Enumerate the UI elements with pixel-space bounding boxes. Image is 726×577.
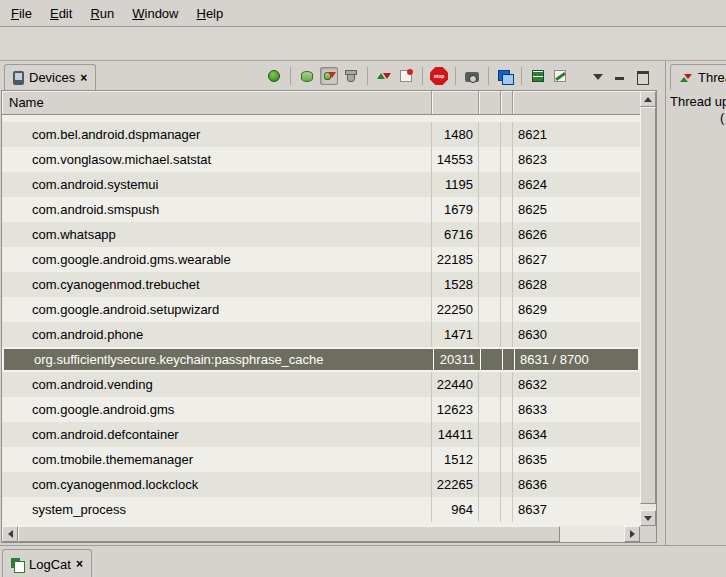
horizontal-scrollbar[interactable] [2, 526, 640, 542]
stop-process-icon[interactable]: stop [430, 67, 448, 85]
table-row[interactable]: com.android.systemui 1195 8624 [2, 172, 640, 197]
vertical-scrollbar[interactable] [640, 91, 656, 526]
table-row[interactable]: com.vonglasow.michael.satstat 14553 8623 [2, 147, 640, 172]
table-row[interactable]: com.android.smspush 1679 8625 [2, 197, 640, 222]
process-pid-cell: 1480 [432, 122, 479, 147]
table-row[interactable]: org.sufficientlysecure.keychain:passphra… [2, 347, 640, 372]
toolbar-separator [422, 67, 423, 85]
table-row[interactable]: system_process 964 8637 [2, 497, 640, 522]
table-row[interactable]: com.google.android.gms.wearable 22185 86… [2, 247, 640, 272]
horizontal-scrollbar-thumb[interactable] [18, 526, 560, 542]
empty-cell [479, 497, 501, 522]
empty-cell [501, 147, 513, 172]
column-header-name[interactable]: Name [2, 91, 432, 114]
table-row[interactable]: com.google.android.gms 12623 8633 [2, 397, 640, 422]
screen-capture-icon[interactable] [463, 67, 481, 85]
process-port-cell: 8627 [513, 247, 640, 272]
column-header-blank[interactable] [501, 91, 513, 114]
table-row[interactable]: com.android.phone 1471 8630 [2, 322, 640, 347]
empty-cell [479, 122, 501, 147]
column-header-blank[interactable] [479, 91, 501, 114]
threads-tabbar: Threads [666, 61, 726, 90]
empty-cell [501, 322, 513, 347]
process-port-cell: 8632 [513, 372, 640, 397]
process-name-cell: com.google.android.gms [2, 397, 432, 422]
menu-file[interactable]: File [2, 3, 41, 24]
toolbar-separator [367, 67, 368, 85]
dump-hprof-icon[interactable] [320, 67, 338, 85]
menu-help[interactable]: Help [187, 3, 232, 24]
scroll-up-button[interactable] [640, 91, 656, 107]
close-icon[interactable]: × [76, 558, 83, 570]
vertical-scrollbar-thumb[interactable] [640, 107, 656, 504]
systrace-icon[interactable] [551, 67, 569, 85]
empty-cell [501, 397, 513, 422]
threads-message: Thread up ( [666, 94, 726, 126]
minimize-icon[interactable] [611, 67, 629, 85]
logcat-icon [11, 558, 24, 571]
stop-icon-label: stop [434, 73, 445, 79]
empty-cell [479, 472, 501, 497]
table-row[interactable]: com.google.android.setupwizard 22250 862… [2, 297, 640, 322]
column-header-port[interactable] [513, 91, 640, 114]
hierarchy-view-icon[interactable] [496, 67, 514, 85]
menu-run[interactable]: Run [81, 3, 123, 24]
device-icon [13, 71, 24, 85]
process-pid-cell: 14411 [432, 422, 479, 447]
empty-cell [479, 247, 501, 272]
column-header-pid[interactable] [432, 91, 479, 114]
scroll-down-button[interactable] [640, 510, 656, 526]
menu-edit[interactable]: Edit [41, 3, 81, 24]
process-pid-cell: 1528 [432, 272, 479, 297]
devices-table: Name com.bel.android.dspmanager 1480 862… [1, 90, 657, 543]
empty-cell [501, 272, 513, 297]
table-row[interactable]: com.android.defcontainer 14411 8634 [2, 422, 640, 447]
process-name-cell: com.android.vending [2, 372, 432, 397]
close-icon[interactable]: × [80, 72, 87, 84]
empty-cell [479, 147, 501, 172]
empty-cell [501, 372, 513, 397]
devices-tabbar: Devices × stop [0, 61, 659, 90]
empty-cell [501, 222, 513, 247]
tab-logcat[interactable]: LogCat × [2, 549, 92, 577]
table-header: Name [2, 91, 640, 115]
update-heap-icon[interactable] [298, 67, 316, 85]
empty-cell [479, 422, 501, 447]
process-port-cell: 8634 [513, 422, 640, 447]
table-row[interactable]: com.cyanogenmod.trebuchet 1528 8628 [2, 272, 640, 297]
table-row[interactable]: com.cyanogenmod.lockclock 22265 8636 [2, 472, 640, 497]
process-name-cell: com.google.android.gms.wearable [2, 247, 432, 272]
toolbar-separator [455, 67, 456, 85]
scroll-right-button[interactable] [624, 526, 640, 542]
tab-devices[interactable]: Devices × [4, 64, 96, 90]
empty-cell [479, 322, 501, 347]
scroll-left-button[interactable] [2, 526, 18, 542]
table-row[interactable]: com.bel.android.dspmanager 1480 8621 [2, 122, 640, 147]
table-row[interactable]: com.whatsapp 6716 8626 [2, 222, 640, 247]
menu-window[interactable]: Window [123, 3, 187, 24]
process-name-cell: com.cyanogenmod.lockclock [2, 472, 432, 497]
debug-process-icon[interactable] [265, 67, 283, 85]
capture-grid-icon[interactable] [529, 67, 547, 85]
process-name-cell: org.sufficientlysecure.keychain:passphra… [4, 349, 434, 370]
table-row[interactable]: com.android.vending 22440 8632 [2, 372, 640, 397]
arrow-up-icon [644, 93, 652, 102]
scrollbar-corner [640, 526, 656, 542]
empty-cell [501, 197, 513, 222]
process-port-cell: 8623 [513, 147, 640, 172]
empty-cell [501, 247, 513, 272]
empty-cell [479, 197, 501, 222]
update-threads-icon[interactable] [375, 67, 393, 85]
table-row[interactable]: com.tmobile.thememanager 1512 8635 [2, 447, 640, 472]
menu-bar: File Edit Run Window Help [0, 0, 726, 27]
process-name-cell: com.android.smspush [2, 197, 432, 222]
process-port-cell: 8628 [513, 272, 640, 297]
tab-threads[interactable]: Threads [670, 64, 726, 90]
empty-cell [501, 472, 513, 497]
view-menu-icon[interactable] [589, 67, 607, 85]
maximize-icon[interactable] [633, 67, 651, 85]
cause-gc-icon[interactable] [342, 67, 360, 85]
empty-cell [479, 372, 501, 397]
devices-toolbar: stop [265, 67, 659, 90]
start-method-profiling-icon[interactable] [397, 67, 415, 85]
